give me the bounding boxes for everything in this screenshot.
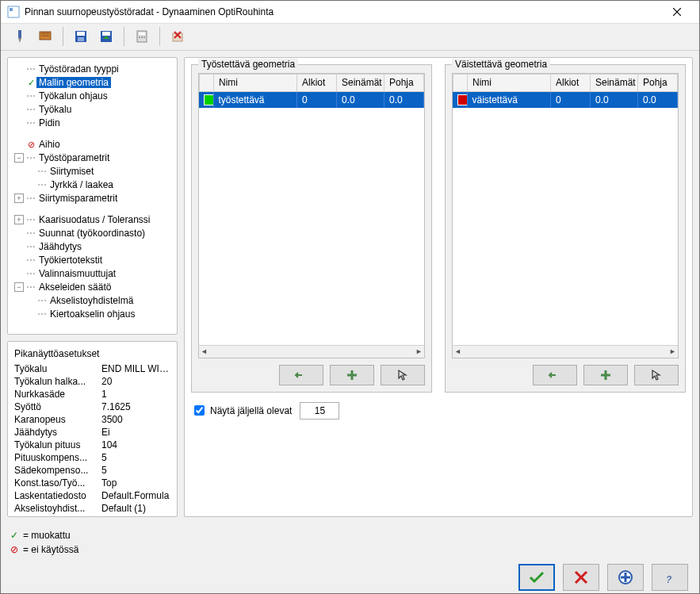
quick-row: Työkalun pituus104 (8, 439, 177, 451)
quick-settings-panel: Pikanäyttöasetukset TyökaluEND MILL WITH… (7, 341, 178, 517)
ok-button[interactable] (518, 564, 555, 591)
quick-row: LaskentatiedostoDefault.Formula (8, 489, 177, 502)
disabled-icon: ⊘ (10, 544, 18, 555)
table-row[interactable]: väistettävä 0 0.0 0.0 (453, 92, 678, 108)
col-seinamat[interactable]: Seinämät (337, 74, 384, 91)
regenerate-button[interactable] (607, 564, 644, 591)
tree-item-selected[interactable]: ✓Mallin geometria (11, 76, 174, 90)
right-column: Työstettävä geometria Nimi Alkiot Seinäm… (184, 57, 693, 517)
save-arrow-icon[interactable] (95, 25, 117, 48)
tree-item-expandable[interactable]: −⋯Akseleiden säätö (11, 281, 174, 294)
quick-row: JäähdytysEi (8, 426, 177, 439)
expand-icon[interactable]: + (14, 194, 24, 203)
col-pohja[interactable]: Pohja (384, 74, 424, 91)
expand-icon[interactable]: + (14, 215, 24, 224)
group-legend: Väistettävä geometria (452, 59, 550, 70)
tree-item[interactable]: ⋯Jäähdytys (11, 240, 174, 254)
quick-row: Karanopeus3500 (8, 413, 177, 426)
col-name[interactable]: Nimi (214, 74, 297, 91)
quick-row: Syöttö7.1625 (8, 400, 177, 413)
quick-row: Pituuskompens...5 (8, 451, 177, 464)
svg-point-17 (139, 36, 140, 38)
horizontal-scrollbar[interactable]: ◄► (199, 345, 424, 358)
tree-item-child[interactable]: ⋯Jyrkkä / laakea (11, 178, 174, 192)
add-button[interactable] (330, 365, 374, 385)
calculator-icon[interactable] (131, 25, 153, 48)
tool-icon[interactable] (9, 25, 31, 48)
toolbar (1, 24, 699, 51)
check-icon: ✓ (25, 78, 36, 88)
dialog-window: Pinnan suurnopeustyöstöradat - Dynaamine… (0, 0, 700, 594)
cancel-button[interactable] (563, 564, 599, 591)
body-area: ⋯Työstöradan tyyppi ✓Mallin geometria ⋯T… (1, 51, 699, 523)
collapse-icon[interactable]: − (14, 153, 24, 163)
toolbar-separator (124, 27, 124, 46)
tree-item[interactable]: ⋯Pidin (11, 117, 174, 130)
legend-disabled: ⊘ = ei käytössä (10, 542, 690, 557)
svg-marker-5 (18, 38, 21, 43)
legend-modified: ✓ = muokattu (10, 528, 690, 542)
svg-rect-13 (102, 32, 110, 36)
quick-settings-title: Pikanäyttöasetukset (8, 343, 177, 362)
geometry-row: Työstettävä geometria Nimi Alkiot Seinäm… (191, 64, 686, 393)
avoidance-geometry-grid[interactable]: Nimi Alkiot Seinämät Pohja (452, 73, 679, 358)
svg-point-19 (143, 36, 145, 38)
collapse-icon[interactable]: − (14, 282, 24, 292)
table-row[interactable]: työstettävä 0 0.0 0.0 (199, 92, 424, 108)
tree-item-child[interactable]: ⋯Siirtymiset (11, 165, 174, 178)
svg-rect-10 (77, 32, 85, 36)
save-icon[interactable] (70, 25, 92, 48)
quick-row: Akselistoyhdist...Default (1) (8, 502, 177, 515)
add-button[interactable] (583, 365, 628, 385)
col-alkiot[interactable]: Alkiot (297, 74, 337, 91)
left-column: ⋯Työstöradan tyyppi ✓Mallin geometria ⋯T… (7, 57, 178, 517)
svg-rect-4 (18, 30, 21, 38)
svg-point-18 (141, 36, 143, 38)
quick-row: Sädekompenso...5 (8, 464, 177, 477)
tree-item[interactable]: ⋯Suunnat (työkoordinasto) (11, 227, 174, 240)
toolbar-separator (63, 27, 63, 46)
quick-row: Konst.taso/Työ...Top (8, 477, 177, 489)
tree-item[interactable]: ⋯Työkiertotekstit (11, 254, 174, 267)
col-pohja[interactable]: Pohja (638, 74, 678, 91)
titlebar: Pinnan suurnopeustyöstöradat - Dynaamine… (1, 1, 699, 24)
tree-item-child[interactable]: ⋯Kiertoakselin ohjaus (11, 308, 174, 321)
close-button[interactable] (661, 1, 693, 23)
tree-item-expandable[interactable]: +⋯Kaarisuodatus / Toleranssi (11, 213, 174, 227)
tree-item-child[interactable]: ⋯Akselistoyhdistelmä (11, 294, 174, 308)
footer: ? (1, 561, 699, 593)
app-icon (7, 6, 20, 18)
tree-item[interactable]: ⋯Työstöradan tyyppi (11, 63, 174, 76)
show-remaining-row: Näytä jäljellä olevat (191, 402, 686, 420)
horizontal-scrollbar[interactable]: ◄► (453, 345, 678, 358)
window-title: Pinnan suurnopeustyöstöradat - Dynaamine… (25, 6, 661, 17)
tree-item-expandable[interactable]: +⋯Siirtymisparametrit (11, 192, 174, 205)
machining-geometry-group: Työstettävä geometria Nimi Alkiot Seinäm… (191, 64, 432, 393)
svg-rect-1 (10, 8, 13, 11)
tree-item[interactable]: ⋯Työkalu (11, 103, 174, 117)
machining-geometry-grid[interactable]: Nimi Alkiot Seinämät Pohja (198, 73, 425, 358)
tree-item-expandable[interactable]: −⋯Työstöparametrit (11, 151, 174, 165)
select-button[interactable] (634, 365, 679, 385)
tree-item[interactable]: ⋯Työkalun ohjaus (11, 90, 174, 103)
avoidance-geometry-group: Väistettävä geometria Nimi Alkiot Seinäm… (445, 64, 686, 393)
col-seinamat[interactable]: Seinämät (591, 74, 638, 91)
quick-row: Nurkkasäde1 (8, 388, 177, 400)
show-remaining-checkbox[interactable]: Näytä jäljellä olevat (191, 403, 292, 418)
group-legend: Työstettävä geometria (198, 59, 298, 70)
holder-icon[interactable] (34, 25, 56, 48)
tree-panel: ⋯Työstöradan tyyppi ✓Mallin geometria ⋯T… (7, 57, 178, 335)
select-button[interactable] (381, 365, 425, 385)
undo-button[interactable] (279, 365, 323, 385)
tree-item[interactable]: ⋯Valinnaismuuttujat (11, 267, 174, 281)
delete-icon[interactable] (166, 25, 189, 48)
help-button[interactable]: ? (652, 564, 688, 591)
col-alkiot[interactable]: Alkiot (551, 74, 591, 91)
svg-text:?: ? (666, 574, 672, 585)
show-remaining-input[interactable] (300, 402, 339, 420)
svg-rect-11 (78, 37, 84, 41)
col-name[interactable]: Nimi (468, 74, 551, 91)
undo-button[interactable] (533, 365, 577, 385)
tree-item[interactable]: ⊘Aihio (11, 138, 174, 151)
quick-row: Työkalun halka...20 (8, 375, 177, 388)
